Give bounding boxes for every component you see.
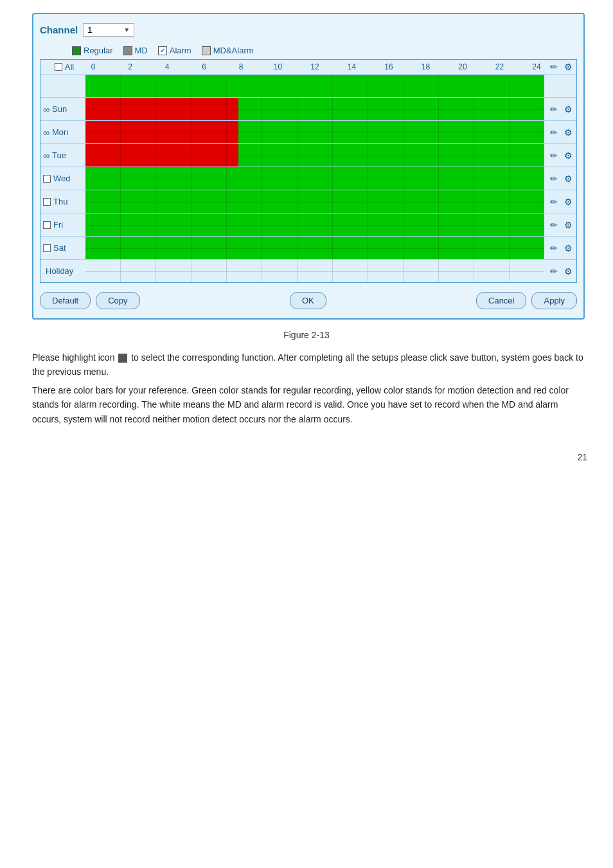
- holiday-pencil-icon[interactable]: ✏: [548, 266, 560, 277]
- holiday-label-area: Holiday: [40, 266, 85, 276]
- fri-row: Fri: [40, 213, 576, 236]
- thu-row: Thu: [40, 190, 576, 213]
- holiday-actions: ✏ ⚙: [544, 266, 576, 277]
- wed-pencil-icon[interactable]: ✏: [548, 173, 560, 185]
- tue-gear-icon[interactable]: ⚙: [562, 150, 574, 161]
- all-gear-icon[interactable]: ⚙: [562, 61, 574, 73]
- time-2: 2: [124, 62, 137, 71]
- wed-grid[interactable]: [85, 167, 544, 190]
- tue-actions: ✏ ⚙: [544, 150, 576, 161]
- schedule-grid: All 0 2 4 6 8 10 12 14 16 18 20 22 24 ✏ …: [40, 59, 577, 283]
- fri-label-area: Fri: [40, 220, 85, 230]
- thu-checkbox[interactable]: [43, 198, 51, 206]
- all-row-header: All: [40, 62, 85, 72]
- legend-regular-label: Regular: [84, 46, 113, 55]
- legend-regular-box: [72, 46, 81, 55]
- wed-label-area: Wed: [40, 174, 85, 183]
- body-paragraph-2: There are color bars for your reference.…: [32, 383, 585, 426]
- legend-row: Regular MD ✔ Alarm MD&Alarm: [40, 46, 577, 55]
- time-8: 8: [235, 62, 247, 71]
- mon-pencil-icon[interactable]: ✏: [548, 127, 560, 138]
- wed-actions: ✏ ⚙: [544, 173, 576, 185]
- fri-pencil-icon[interactable]: ✏: [548, 219, 560, 231]
- sat-gear-icon[interactable]: ⚙: [562, 242, 574, 254]
- sat-pencil-icon[interactable]: ✏: [548, 242, 560, 254]
- figure-caption: Figure 2-13: [13, 330, 600, 340]
- sun-repeat-icon: ∞: [43, 104, 49, 114]
- cancel-button[interactable]: Cancel: [476, 292, 526, 309]
- time-scale: 0 2 4 6 8 10 12 14 16 18 20 22 24: [85, 62, 544, 71]
- fri-gear-icon[interactable]: ⚙: [562, 219, 574, 231]
- sun-label-area: ∞ Sun: [40, 104, 85, 114]
- tue-row: ∞ Tue: [40, 143, 576, 167]
- tue-grid[interactable]: [85, 144, 544, 167]
- time-10: 10: [272, 62, 285, 71]
- sun-grid[interactable]: [85, 98, 544, 120]
- sat-grid[interactable]: [85, 237, 544, 259]
- tue-repeat-icon: ∞: [43, 150, 49, 161]
- mon-gear-icon[interactable]: ⚙: [562, 127, 574, 138]
- fri-actions: ✏ ⚙: [544, 219, 576, 231]
- sat-checkbox[interactable]: [43, 244, 51, 252]
- holiday-gear-icon[interactable]: ⚙: [562, 266, 574, 277]
- time-22: 22: [493, 62, 506, 71]
- mon-repeat-icon: ∞: [43, 127, 49, 138]
- sat-row: Sat: [40, 236, 576, 259]
- legend-alarm-label: Alarm: [170, 46, 191, 55]
- wed-checkbox[interactable]: [43, 175, 51, 183]
- thu-actions: ✏ ⚙: [544, 196, 576, 208]
- channel-row: Channel 1 ▼: [40, 21, 577, 39]
- time-6: 6: [198, 62, 211, 71]
- thu-gear-icon[interactable]: ⚙: [562, 196, 574, 208]
- legend-md-alarm-box: [202, 46, 211, 55]
- holiday-grid[interactable]: [85, 260, 544, 282]
- channel-dropdown-arrow[interactable]: ▼: [123, 26, 130, 33]
- body-text: Please highlight icon to select the corr…: [32, 350, 585, 426]
- tue-pencil-icon[interactable]: ✏: [548, 150, 560, 161]
- mon-label: Mon: [52, 127, 68, 137]
- legend-md: MD: [123, 46, 148, 55]
- all-row-actions: ✏ ⚙: [544, 61, 576, 73]
- sat-label: Sat: [53, 243, 66, 253]
- wed-gear-icon[interactable]: ⚙: [562, 173, 574, 185]
- sun-row: ∞ Sun: [40, 97, 576, 120]
- body-paragraph-1: Please highlight icon to select the corr…: [32, 350, 585, 379]
- time-header-row: All 0 2 4 6 8 10 12 14 16 18 20 22 24 ✏ …: [40, 60, 576, 74]
- legend-md-label: MD: [135, 46, 148, 55]
- all-schedule-row: [40, 74, 576, 97]
- wed-label: Wed: [53, 174, 71, 183]
- mon-grid[interactable]: [85, 121, 544, 143]
- apply-button[interactable]: Apply: [531, 292, 577, 309]
- thu-grid[interactable]: [85, 190, 544, 213]
- sun-pencil-icon[interactable]: ✏: [548, 104, 560, 115]
- all-label: All: [65, 62, 74, 72]
- thu-label-area: Thu: [40, 197, 85, 206]
- fri-grid[interactable]: [85, 213, 544, 236]
- all-checkbox[interactable]: [55, 63, 62, 71]
- inline-icon: [118, 354, 127, 363]
- sun-gear-icon[interactable]: ⚙: [562, 104, 574, 115]
- wed-row: Wed: [40, 167, 576, 190]
- legend-md-alarm: MD&Alarm: [202, 46, 254, 55]
- all-day-grid[interactable]: [85, 75, 544, 97]
- thu-label: Thu: [53, 197, 67, 206]
- tue-label-area: ∞ Tue: [40, 150, 85, 161]
- all-pencil-icon[interactable]: ✏: [548, 61, 560, 73]
- sun-actions: ✏ ⚙: [544, 104, 576, 115]
- sun-mid-line: [85, 109, 544, 110]
- copy-button[interactable]: Copy: [96, 292, 139, 309]
- fri-checkbox[interactable]: [43, 221, 51, 229]
- default-button[interactable]: Default: [40, 292, 91, 309]
- page-number: 21: [13, 452, 587, 462]
- sun-label: Sun: [52, 104, 67, 114]
- sat-actions: ✏ ⚙: [544, 242, 576, 254]
- channel-input[interactable]: 1 ▼: [83, 23, 134, 37]
- legend-alarm-box: ✔: [158, 46, 167, 55]
- mon-label-area: ∞ Mon: [40, 127, 85, 138]
- thu-pencil-icon[interactable]: ✏: [548, 196, 560, 208]
- ok-button[interactable]: OK: [290, 292, 326, 309]
- legend-md-alarm-label: MD&Alarm: [213, 46, 254, 55]
- time-12: 12: [308, 62, 321, 71]
- time-24: 24: [530, 62, 543, 71]
- time-14: 14: [346, 62, 359, 71]
